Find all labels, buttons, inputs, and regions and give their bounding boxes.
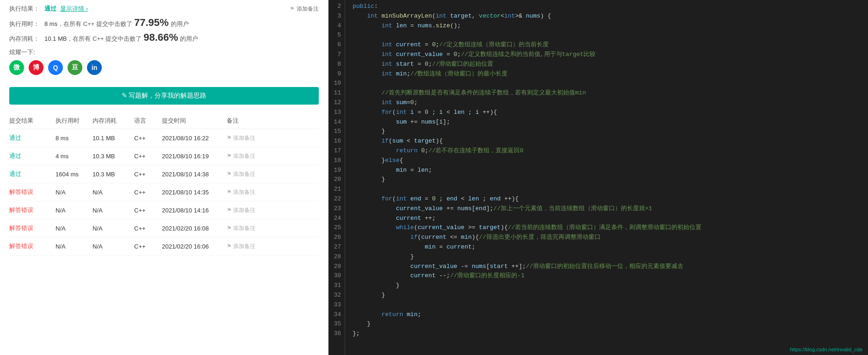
submission-time: 2021/02/20 16:08 xyxy=(162,225,227,232)
submission-runtime: N/A xyxy=(56,225,93,232)
submission-memory: N/A xyxy=(93,189,134,196)
col-time: 提交时间 xyxy=(162,117,227,125)
line-number: 16 xyxy=(332,137,341,146)
table-header: 提交结果 执行用时 内存消耗 语言 提交时间 备注 xyxy=(9,113,319,129)
submission-lang: C++ xyxy=(134,153,162,160)
runtime-percent: 77.95% xyxy=(134,17,169,29)
submissions-body: 通过 8 ms 10.1 MB C++ 2021/08/10 16:22 ⚑ 添… xyxy=(9,129,319,255)
memory-beat-prefix: ，在所有 C++ 提交中击败了 xyxy=(67,35,142,43)
line-number: 11 xyxy=(332,88,341,98)
code-line: current ++; xyxy=(353,214,868,224)
line-number: 19 xyxy=(332,166,341,175)
weibo-icon[interactable]: 博 xyxy=(29,60,43,75)
code-line xyxy=(353,79,868,88)
submission-lang: C++ xyxy=(134,225,162,232)
add-note-btn[interactable]: ⚑ 添加备注 xyxy=(227,170,264,178)
line-number: 24 xyxy=(332,214,341,224)
submission-lang: C++ xyxy=(134,135,162,142)
qq-icon[interactable]: Q xyxy=(48,60,63,75)
submission-result[interactable]: 通过 xyxy=(9,134,56,142)
line-number: 10 xyxy=(332,79,341,88)
line-number: 26 xyxy=(332,233,341,243)
line-number: 29 xyxy=(332,262,341,272)
table-row: 解答错误 N/A N/A C++ 2021/08/10 14:35 ⚑ 添加备注 xyxy=(9,183,319,201)
memory-beat-suffix: 的用户 xyxy=(180,35,198,43)
code-line: min = current; xyxy=(353,243,868,252)
submission-runtime: 4 ms xyxy=(56,153,93,160)
code-line: if(sum < target){ xyxy=(353,137,868,146)
table-row: 通过 4 ms 10.3 MB C++ 2021/08/10 16:19 ⚑ 添… xyxy=(9,147,319,165)
code-line xyxy=(353,185,868,194)
col-runtime: 执行用时 xyxy=(56,117,93,125)
code-line: } xyxy=(353,175,868,185)
code-line: if(current <= min){//筛选出更小的长度，筛选完再调整滑动窗口 xyxy=(353,233,868,243)
add-note-btn[interactable]: ⚑ 添加备注 xyxy=(227,206,264,214)
code-line: int start = 0;//滑动窗口的起始位置 xyxy=(353,60,868,69)
add-note-label: 添加备注 xyxy=(297,5,319,13)
show-detail-link[interactable]: 显示详情 › xyxy=(60,5,88,13)
line-number: 33 xyxy=(332,300,341,310)
add-note-btn[interactable]: ⚑ 添加备注 xyxy=(227,134,264,142)
memory-label: 内存消耗： xyxy=(9,35,42,43)
submission-result[interactable]: 解答错误 xyxy=(9,242,56,250)
col-result: 提交结果 xyxy=(9,117,56,125)
submission-result[interactable]: 解答错误 xyxy=(9,188,56,196)
line-number: 6 xyxy=(332,40,341,50)
add-note-btn[interactable]: ⚑ 添加备注 xyxy=(227,243,264,250)
code-line: int minSubArrayLen(int target, vector<in… xyxy=(353,12,868,21)
submission-lang: C++ xyxy=(134,171,162,178)
submission-runtime: N/A xyxy=(56,189,93,196)
submission-time: 2021/08/10 14:16 xyxy=(162,207,227,214)
code-line: current --;//滑动窗口的长度相应的-1 xyxy=(353,271,868,281)
submission-result[interactable]: 通过 xyxy=(9,152,56,160)
bottom-link[interactable]: https://blog.csdn.net/invalid_cde xyxy=(790,347,862,352)
line-number: 21 xyxy=(332,185,341,194)
add-note-btn-header[interactable]: ⚑ 添加备注 xyxy=(290,5,319,13)
code-line: } xyxy=(353,291,868,300)
submission-result[interactable]: 通过 xyxy=(9,170,56,178)
line-number: 9 xyxy=(332,69,341,79)
code-content: public: int minSubArrayLen(int target, v… xyxy=(345,0,868,355)
code-line: public: xyxy=(353,2,868,12)
table-row: 解答错误 N/A N/A C++ 2021/08/10 14:16 ⚑ 添加备注 xyxy=(9,201,319,219)
code-line: } xyxy=(353,127,868,137)
submission-time: 2021/08/10 14:38 xyxy=(162,171,227,178)
code-line: int min;//数组连续（滑动窗口）的最小长度 xyxy=(353,69,868,79)
add-note-btn[interactable]: ⚑ 添加备注 xyxy=(227,152,264,160)
code-line: int current_value = 0;//定义数组连续之和的当前值,用于与… xyxy=(353,50,868,60)
submission-lang: C++ xyxy=(134,189,162,196)
submission-memory: N/A xyxy=(93,243,134,250)
result-section: 执行结果： 通过 显示详情 › ⚑ 添加备注 执行用时： 8 ms ，在所有 C… xyxy=(9,5,319,82)
left-panel: 执行结果： 通过 显示详情 › ⚑ 添加备注 执行用时： 8 ms ，在所有 C… xyxy=(0,0,329,355)
runtime-row: 执行用时： 8 ms ，在所有 C++ 提交中击败了 77.95% 的用户 xyxy=(9,17,319,29)
runtime-label: 执行用时： xyxy=(9,20,42,28)
add-note-btn[interactable]: ⚑ 添加备注 xyxy=(227,224,264,232)
douban-icon[interactable]: 豆 xyxy=(68,60,82,75)
execution-result-label: 执行结果： xyxy=(9,5,42,13)
code-line: while(current_value >= target){//若当前的连续数… xyxy=(353,223,868,233)
table-row: 通过 1604 ms 10.3 MB C++ 2021/08/10 14:38 … xyxy=(9,165,319,183)
submission-lang: C++ xyxy=(134,207,162,214)
linkedin-icon[interactable]: in xyxy=(87,60,102,75)
line-number: 4 xyxy=(332,21,341,31)
submission-result[interactable]: 解答错误 xyxy=(9,206,56,214)
col-lang: 语言 xyxy=(134,117,162,125)
submission-result[interactable]: 解答错误 xyxy=(9,224,56,232)
line-number: 34 xyxy=(332,310,341,320)
code-line: int current = 0;//定义数组连续（滑动窗口）的当前长度 xyxy=(353,40,868,50)
code-line: int len = nums.size(); xyxy=(353,21,868,31)
submissions-table: 提交结果 执行用时 内存消耗 语言 提交时间 备注 通过 8 ms 10.1 M… xyxy=(9,113,319,255)
code-line: current_value -= nums[start ++];//滑动窗口的初… xyxy=(353,262,868,272)
submission-time: 2021/08/10 16:19 xyxy=(162,153,227,160)
code-line: int sum=0; xyxy=(353,98,868,108)
col-memory: 内存消耗 xyxy=(93,117,134,125)
add-note-btn[interactable]: ⚑ 添加备注 xyxy=(227,188,264,196)
code-line: for(int i = 0 ; i < len ; i ++){ xyxy=(353,108,868,118)
memory-value: 10.1 MB xyxy=(44,35,67,42)
line-number: 8 xyxy=(332,60,341,69)
pass-badge: 通过 xyxy=(44,5,56,13)
submission-memory: N/A xyxy=(93,207,134,214)
wechat-icon[interactable]: 微 xyxy=(9,60,24,75)
code-panel[interactable]: 2345678910111213141516171819202122232425… xyxy=(329,0,868,355)
write-solution-button[interactable]: ✎ 写题解，分享我的解题思路 xyxy=(9,87,319,105)
